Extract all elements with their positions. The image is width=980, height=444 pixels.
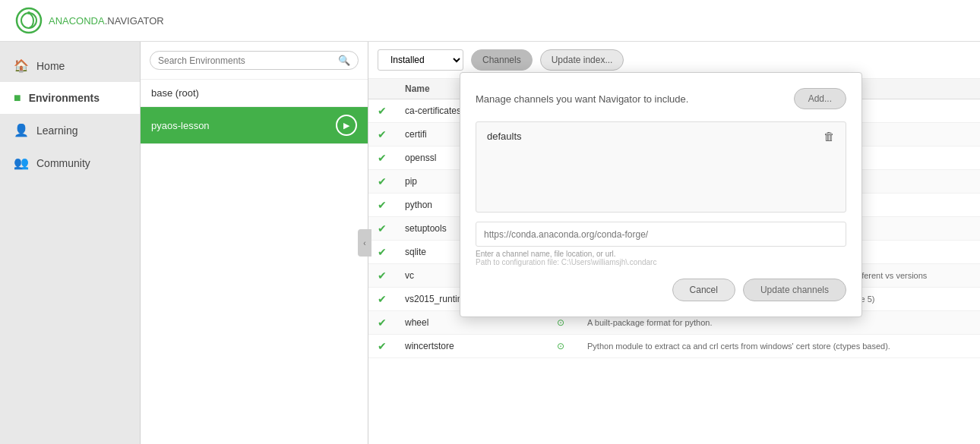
channel-hint: Enter a channel name, file location, or … xyxy=(476,250,846,258)
sidebar: 🏠 Home ■ Environments 👤 Learning 👥 Commu… xyxy=(0,42,141,444)
environments-icon: ■ xyxy=(14,91,21,105)
cancel-button[interactable]: Cancel xyxy=(672,279,735,301)
update-channels-button[interactable]: Update channels xyxy=(743,279,846,301)
sidebar-item-environments[interactable]: ■ Environments xyxy=(0,82,140,114)
search-icon: 🔍 xyxy=(338,55,350,66)
packages-panel: ‹ Installed Not Installed All Channels U… xyxy=(368,42,980,444)
delete-channel-button[interactable]: 🗑 xyxy=(824,130,835,143)
modal-header: Manage channels you want Navigator to in… xyxy=(476,88,846,109)
sidebar-item-learning[interactable]: 👤 Learning xyxy=(0,114,140,146)
add-channel-button[interactable]: Add... xyxy=(794,88,846,109)
learning-icon: 👤 xyxy=(14,123,29,137)
content-area: 🔍 base (root) pyaos-lesson ▶ ‹ Installed… xyxy=(141,42,980,444)
channels-modal: Manage channels you want Navigator to in… xyxy=(460,72,862,317)
sidebar-item-community[interactable]: 👥 Community xyxy=(0,146,140,179)
logo-text: ANACONDA.NAVIGATOR xyxy=(49,15,164,27)
community-icon: 👥 xyxy=(14,156,29,170)
home-icon: 🏠 xyxy=(14,58,29,73)
svg-point-2 xyxy=(27,11,30,14)
logo: ANACONDA.NAVIGATOR xyxy=(15,7,164,34)
channel-input-area: https://conda.anaconda.org/conda-forge/ xyxy=(476,222,846,247)
search-input[interactable] xyxy=(158,55,338,66)
channels-list: defaults 🗑 xyxy=(476,121,846,213)
modal-title: Manage channels you want Navigator to in… xyxy=(476,93,688,105)
sidebar-item-home[interactable]: 🏠 Home xyxy=(0,49,140,82)
env-search-bar: 🔍 xyxy=(141,42,368,80)
modal-overlay: Manage channels you want Navigator to in… xyxy=(368,42,980,444)
env-search-wrap: 🔍 xyxy=(150,51,359,70)
channel-url-input[interactable]: https://conda.anaconda.org/conda-forge/ xyxy=(484,229,838,240)
anaconda-logo-icon xyxy=(15,7,43,34)
channel-name: defaults xyxy=(487,131,522,142)
environments-panel: 🔍 base (root) pyaos-lesson ▶ xyxy=(141,42,368,444)
env-item-pyaos[interactable]: pyaos-lesson ▶ xyxy=(141,107,368,144)
modal-footer: Cancel Update channels xyxy=(476,279,846,301)
channel-config-path: Path to configuration file: C:\Users\wil… xyxy=(476,258,846,266)
app-header: ANACONDA.NAVIGATOR xyxy=(0,0,980,42)
env-play-button[interactable]: ▶ xyxy=(336,115,357,136)
env-item-base[interactable]: base (root) xyxy=(141,80,368,107)
channel-row-defaults: defaults 🗑 xyxy=(476,122,846,150)
main-layout: 🏠 Home ■ Environments 👤 Learning 👥 Commu… xyxy=(0,42,980,444)
